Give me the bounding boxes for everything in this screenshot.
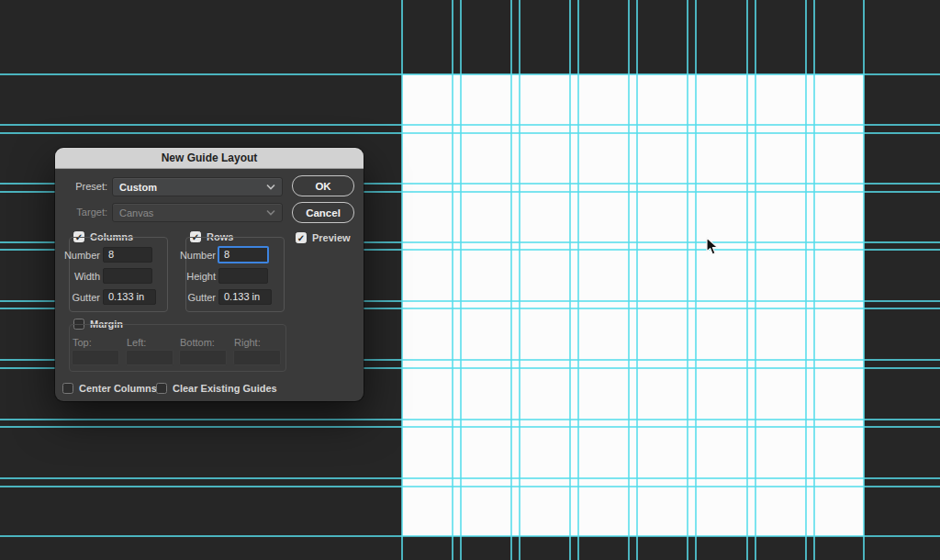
preview-checkbox[interactable]: ✓ bbox=[296, 232, 307, 243]
photoshop-workspace: New Guide Layout Preset: Custom OK Targe… bbox=[0, 0, 940, 560]
chevron-down-icon bbox=[266, 184, 275, 190]
center-columns-checkbox[interactable] bbox=[62, 383, 73, 394]
preset-value: Custom bbox=[119, 182, 266, 193]
rows-gutter-input[interactable]: 0.133 in bbox=[218, 289, 272, 305]
margin-top-label: Top: bbox=[73, 337, 92, 348]
margin-top-input bbox=[72, 350, 119, 365]
rows-number-input[interactable]: 8 bbox=[218, 246, 269, 263]
preset-dropdown[interactable]: Custom bbox=[112, 177, 283, 196]
columns-width-input[interactable] bbox=[103, 268, 152, 284]
target-dropdown: Canvas bbox=[112, 203, 283, 222]
document-canvas[interactable] bbox=[402, 74, 864, 536]
columns-number-input[interactable]: 8 bbox=[103, 247, 152, 263]
preview-label: Preview bbox=[312, 232, 351, 244]
margin-right-input bbox=[233, 350, 281, 365]
target-label: Target: bbox=[55, 207, 107, 218]
target-value: Canvas bbox=[119, 207, 266, 218]
clear-existing-guides-checkbox[interactable] bbox=[156, 383, 167, 394]
preset-label: Preset: bbox=[55, 181, 107, 192]
margin-left-input bbox=[126, 350, 173, 365]
ok-button[interactable]: OK bbox=[292, 175, 354, 196]
rows-gutter-label: Gutter bbox=[171, 292, 216, 303]
center-columns-label: Center Columns bbox=[79, 383, 157, 395]
new-guide-layout-dialog: New Guide Layout Preset: Custom OK Targe… bbox=[55, 148, 364, 401]
margin-bottom-label: Bottom: bbox=[180, 337, 215, 348]
columns-gutter-input[interactable]: 0.133 in bbox=[103, 289, 156, 305]
rows-height-input[interactable] bbox=[218, 268, 268, 284]
chevron-down-icon bbox=[266, 209, 275, 216]
dialog-titlebar[interactable]: New Guide Layout bbox=[55, 148, 364, 169]
rows-number-label: Number bbox=[171, 250, 216, 261]
columns-number-label: Number bbox=[55, 250, 100, 261]
margin-right-label: Right: bbox=[234, 337, 261, 348]
margin-bottom-input bbox=[179, 350, 227, 365]
margin-left-label: Left: bbox=[127, 337, 146, 348]
dialog-title: New Guide Layout bbox=[162, 151, 258, 164]
columns-width-label: Width bbox=[55, 271, 100, 282]
clear-existing-guides-label: Clear Existing Guides bbox=[173, 383, 277, 395]
cancel-button[interactable]: Cancel bbox=[292, 202, 354, 223]
rows-height-label: Height bbox=[171, 271, 216, 282]
columns-gutter-label: Gutter bbox=[55, 292, 100, 303]
